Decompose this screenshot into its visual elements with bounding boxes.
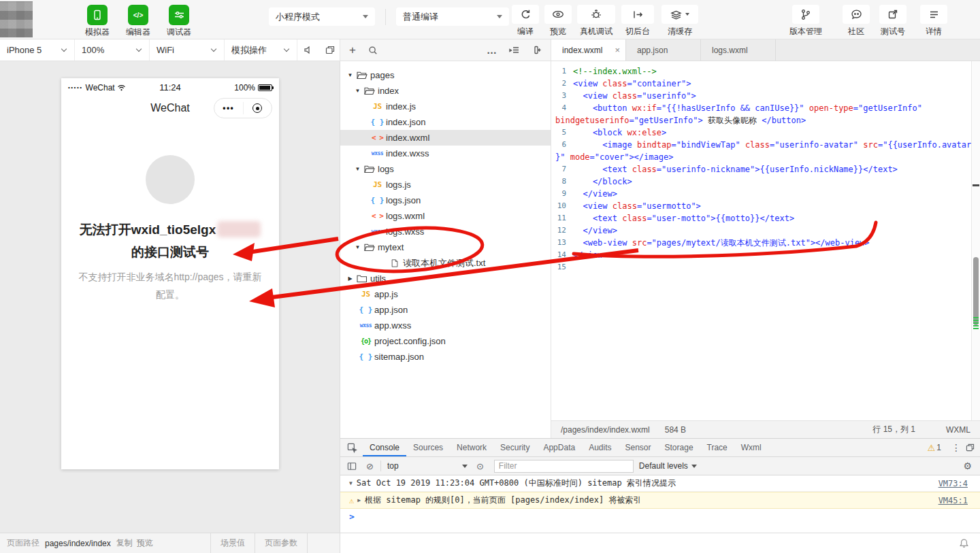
- float-window-icon[interactable]: [319, 39, 341, 61]
- code-line-9[interactable]: 9 </view>: [551, 188, 971, 200]
- chevron-right-icon[interactable]: ▶: [346, 275, 355, 282]
- tree-item-logs.json[interactable]: { }logs.json: [340, 192, 551, 208]
- collapse-all-icon[interactable]: [503, 39, 525, 61]
- tree-item-index.js[interactable]: JSindex.js: [340, 99, 551, 114]
- chevron-down-icon[interactable]: ▼: [353, 244, 362, 250]
- warning-icon[interactable]: ⚠: [928, 443, 936, 453]
- console-tab-sensor[interactable]: Sensor: [619, 439, 658, 456]
- tree-item-utils[interactable]: ▶utils: [340, 271, 551, 286]
- code-line-1[interactable]: 1<!--index.wxml-->: [551, 65, 971, 78]
- version-management-button[interactable]: 版本管理: [789, 5, 822, 37]
- undock-icon[interactable]: [966, 443, 975, 452]
- simulator-toggle-button[interactable]: 模拟器: [78, 5, 117, 38]
- editor-toggle-button[interactable]: </> 编辑器: [118, 5, 158, 38]
- console-tab-audits[interactable]: Audits: [582, 439, 618, 456]
- tree-item-logs[interactable]: ▼logs: [340, 161, 551, 177]
- expand-triangle-icon[interactable]: ▼: [349, 480, 353, 486]
- console-tab-console[interactable]: Console: [363, 439, 406, 456]
- tab-index-wxml[interactable]: index.wxml ×: [551, 39, 626, 61]
- tab-app-json[interactable]: app.json: [626, 39, 701, 61]
- tree-item-mytext[interactable]: ▼mytext: [340, 239, 551, 255]
- console-message-warn[interactable]: ⚠▶根据 sitemap 的规则[0]，当前页面 [pages/index/in…: [340, 492, 980, 509]
- tree-item-sitemap.json[interactable]: { }sitemap.json: [340, 349, 551, 365]
- compile-button[interactable]: 编译: [512, 5, 539, 37]
- console-tab-wxml[interactable]: Wxml: [734, 439, 768, 456]
- code-line-11[interactable]: 11 <text class="user-motto">{{motto}}</t…: [551, 212, 971, 224]
- expand-triangle-icon[interactable]: ▶: [357, 497, 361, 503]
- inspect-element-icon[interactable]: [340, 443, 363, 453]
- page-params-label[interactable]: 页面参数: [265, 537, 297, 549]
- test-account-button[interactable]: 测试号: [879, 5, 906, 37]
- context-select[interactable]: top: [383, 461, 472, 471]
- console-tab-security[interactable]: Security: [493, 439, 536, 456]
- tree-item-index[interactable]: ▼index: [340, 83, 551, 99]
- remote-debug-button[interactable]: 真机调试: [577, 5, 615, 37]
- more-menu-icon[interactable]: •••: [214, 103, 243, 113]
- code-line-6[interactable]: 6 <image bindtap="bindViewTap" class="us…: [551, 139, 971, 151]
- console-tab-sources[interactable]: Sources: [406, 439, 450, 456]
- mute-icon[interactable]: [297, 39, 319, 61]
- search-icon[interactable]: [362, 39, 384, 61]
- code-line-14[interactable]: 14</view>: [551, 249, 971, 261]
- code-line-wrap-4[interactable]: bindgetuserinfo="getUserInfo"> 获取头像昵称 </…: [551, 114, 971, 127]
- code-line-3[interactable]: 3 <view class="userinfo">: [551, 90, 971, 102]
- source-link[interactable]: VM45:1: [938, 496, 975, 505]
- bell-icon[interactable]: [959, 538, 969, 549]
- capsule-menu[interactable]: •••: [214, 98, 272, 118]
- sim-action-select[interactable]: 模拟操作: [225, 39, 297, 61]
- editor-scrollbar[interactable]: [971, 61, 980, 420]
- close-icon[interactable]: ×: [615, 45, 620, 55]
- tree-item-index.wxss[interactable]: wxssindex.wxss: [340, 146, 551, 161]
- kebab-menu-icon[interactable]: ⋮: [947, 442, 966, 453]
- scheme-select[interactable]: 小程序模式: [269, 7, 375, 26]
- zoom-select[interactable]: 100%: [75, 39, 150, 61]
- code-line-8[interactable]: 8 </block>: [551, 175, 971, 188]
- tree-item-index.wxml[interactable]: < >index.wxml: [340, 130, 551, 146]
- chevron-down-icon[interactable]: ▼: [353, 88, 362, 94]
- filter-input[interactable]: [494, 460, 634, 473]
- code-line-7[interactable]: 7 <text class="userinfo-nickname">{{user…: [551, 163, 971, 175]
- show-sidebar-icon[interactable]: [340, 462, 361, 471]
- close-mini-program-icon[interactable]: [244, 103, 272, 113]
- chevron-down-icon[interactable]: ▼: [353, 166, 362, 172]
- console-tab-network[interactable]: Network: [450, 439, 493, 456]
- details-button[interactable]: 详情: [920, 5, 947, 37]
- clear-console-icon[interactable]: ⊘: [361, 461, 378, 471]
- tree-item-app.wxss[interactable]: wxssapp.wxss: [340, 318, 551, 333]
- scrollbar-thumb[interactable]: [973, 257, 979, 325]
- debugger-toggle-button[interactable]: 调试器: [159, 5, 199, 38]
- tree-item-app.json[interactable]: { }app.json: [340, 302, 551, 318]
- tree-item-logs.wxss[interactable]: wxsslogs.wxss: [340, 224, 551, 239]
- gear-icon[interactable]: ⚙: [963, 460, 980, 471]
- tree-item-project.config.json[interactable]: {o}project.config.json: [340, 333, 551, 349]
- code-line-4[interactable]: 4 <button wx:if="{{!hasUserInfo && canIU…: [551, 102, 971, 114]
- log-levels-select[interactable]: Default levels: [639, 461, 697, 471]
- live-expression-icon[interactable]: ⊙: [472, 461, 489, 471]
- code-line-5[interactable]: 5 <block wx:else>: [551, 127, 971, 139]
- copy-link[interactable]: 复制: [116, 537, 133, 549]
- tree-item-index.json[interactable]: { }index.json: [340, 114, 551, 130]
- console-tab-appdata[interactable]: AppData: [536, 439, 582, 456]
- console-message-log[interactable]: ▼Sat Oct 19 2019 11:23:04 GMT+0800 (中国标准…: [340, 475, 980, 492]
- compile-mode-select[interactable]: 普通编译: [396, 7, 509, 26]
- scene-value-label[interactable]: 场景值: [220, 537, 245, 549]
- code-line-13[interactable]: 13 <web-view src="pages/mytext/读取本机文件测试.…: [551, 237, 971, 249]
- code-line-15[interactable]: 15: [551, 261, 971, 273]
- more-options-icon[interactable]: …: [480, 39, 503, 61]
- code-line-10[interactable]: 10 <view class="usermotto">: [551, 200, 971, 212]
- code-editor[interactable]: 1<!--index.wxml-->2<view class="containe…: [551, 61, 971, 420]
- code-line-wrap-7[interactable]: }" mode="cover"></image>: [551, 151, 971, 163]
- code-line-12[interactable]: 12 </view>: [551, 224, 971, 237]
- tree-item-pages[interactable]: ▼pages: [340, 67, 551, 83]
- device-select[interactable]: iPhone 5: [0, 39, 75, 61]
- clear-cache-button[interactable]: 清缓存: [662, 5, 698, 37]
- console-prompt[interactable]: >: [340, 509, 980, 524]
- tree-item-logs.wxml[interactable]: < >logs.wxml: [340, 208, 551, 224]
- preview-button[interactable]: 预览: [544, 5, 572, 37]
- code-line-2[interactable]: 2<view class="container">: [551, 78, 971, 90]
- network-select[interactable]: WiFi: [150, 39, 225, 61]
- preview-link[interactable]: 预览: [137, 537, 153, 549]
- chevron-down-icon[interactable]: ▼: [346, 72, 355, 78]
- tree-item-读取本机文件测试.txt[interactable]: 读取本机文件测试.txt: [340, 255, 551, 271]
- source-link[interactable]: VM73:4: [938, 479, 975, 488]
